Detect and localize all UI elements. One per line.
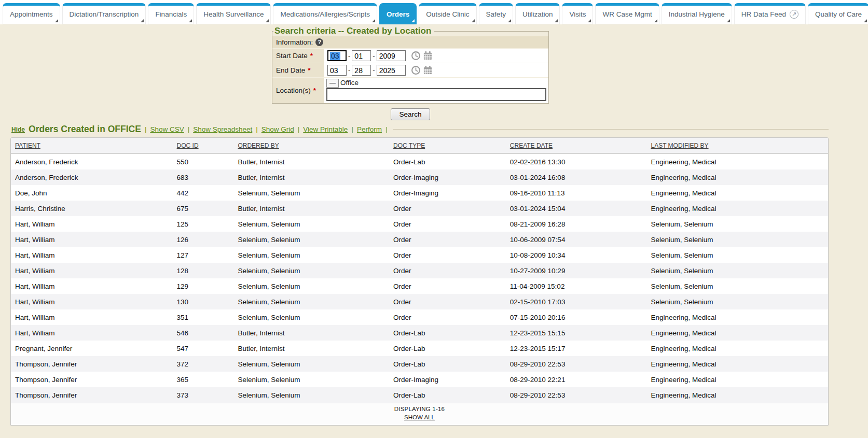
tab-wr-case-mgmt[interactable]: WR Case Mgmt [595,3,659,24]
tab-label: Financials [155,10,187,18]
start-date-day-input[interactable]: 01 [352,50,371,61]
dropdown-caret-icon [55,19,58,22]
search-button[interactable]: Search [391,108,431,120]
end-date-month-input[interactable]: 03 [327,65,347,76]
start-date-clock-icon[interactable] [411,51,421,61]
cell-patient: Hart, William [11,294,173,309]
cell-create-date: 08-29-2010 22:53 [506,387,647,403]
end-date-clock-icon[interactable] [411,65,421,75]
table-row[interactable]: Thompson, Jennifer373Selenium, SeleniumO… [11,387,828,403]
help-icon[interactable]: ? [315,38,323,46]
table-row[interactable]: Hart, William130Selenium, SeleniumOrder0… [11,294,828,309]
cell-last-modified-by: Selenium, Selenium [646,263,828,278]
separator: | [385,125,388,133]
results-title: Orders Created in OFFICE [29,124,141,135]
tab-label: Quality of Care [815,10,862,18]
view-printable-link[interactable]: View Printable [303,125,348,133]
hide-link[interactable]: Hide [11,126,25,133]
cell-ordered-by: Selenium, Selenium [233,232,389,247]
column-header-ordered-by[interactable]: ORDERED BY [233,138,389,153]
remove-location-button[interactable]: — [326,79,339,88]
table-row[interactable]: Hart, William127Selenium, SeleniumOrder1… [11,247,828,263]
perform-link[interactable]: Perform [357,125,382,133]
separator: | [145,125,147,133]
cell-doc-id: 126 [173,232,234,247]
external-link-icon[interactable]: ↗ [790,10,798,19]
end-date-day-input[interactable]: 28 [352,65,371,76]
tab-visits[interactable]: Visits [562,3,593,24]
table-row[interactable]: Thompson, Jennifer372Selenium, SeleniumO… [11,356,828,372]
cell-create-date: 10-08-2009 10:34 [506,247,647,263]
table-row[interactable]: Pregnant, Jennifer547Butler, InternistOr… [11,341,828,356]
displaying-count: DISPLAYING 1-16 [11,406,828,412]
tab-medications-allergies-scripts[interactable]: Medications/Allergies/Scripts [273,3,377,24]
tab-quality-of-care[interactable]: Quality of Care [808,3,868,24]
end-date-year-input[interactable]: 2025 [377,65,406,76]
end-date-calendar-icon[interactable] [423,65,433,75]
cell-ordered-by: Selenium, Selenium [233,247,389,263]
cell-doc-type: Order [389,201,506,216]
start-date-calendar-icon[interactable] [423,51,433,61]
cell-doc-id: 372 [173,356,234,372]
results-action-links: |Show CSV|Show Spreadsheet|Show Grid|Vie… [145,125,388,133]
table-row[interactable]: Hart, William128Selenium, SeleniumOrder1… [11,263,828,278]
cell-last-modified-by: Engineering, Medical [646,169,828,185]
cell-doc-id: 683 [173,169,234,185]
cell-doc-id: 373 [173,387,234,403]
required-asterisk: * [310,52,313,60]
start-date-year-input[interactable]: 2009 [377,50,406,61]
tab-dictation-transcription[interactable]: Dictation/Transcription [62,3,146,24]
cell-create-date: 10-27-2009 10:29 [506,263,647,278]
tab-safety[interactable]: Safety [479,3,513,24]
show-all-link[interactable]: SHOW ALL [404,414,435,420]
cell-doc-id: 127 [173,247,234,263]
cell-patient: Anderson, Frederick [11,153,173,169]
table-row[interactable]: Thompson, Jennifer365Selenium, SeleniumO… [11,372,828,387]
column-header-last-modified-by[interactable]: LAST MODIFIED BY [646,138,828,153]
cell-doc-type: Order [389,294,506,309]
header-rule [393,129,829,130]
start-date-month-input[interactable]: 03 [327,50,347,61]
cell-doc-type: Order-Lab [389,356,506,372]
table-row[interactable]: Hart, William125Selenium, SeleniumOrder0… [11,216,828,232]
cell-ordered-by: Butler, Internist [233,153,389,169]
location-search-input[interactable] [326,88,546,101]
table-row[interactable]: Anderson, Frederick683Butler, InternistO… [11,169,828,185]
tab-orders[interactable]: Orders [379,3,417,24]
table-row[interactable]: Anderson, Frederick550Butler, InternistO… [11,153,828,169]
table-row[interactable]: Doe, John442Selenium, SeleniumOrder-Imag… [11,185,828,201]
cell-create-date: 08-21-2009 16:28 [506,216,647,232]
tab-utilization[interactable]: Utilization [515,3,560,24]
show-spreadsheet-link[interactable]: Show Spreadsheet [193,125,252,133]
table-row[interactable]: Hart, William129Selenium, SeleniumOrder1… [11,278,828,294]
column-header-doc-type[interactable]: DOC TYPE [389,138,506,153]
cell-ordered-by: Butler, Internist [233,325,389,341]
column-header-create-date[interactable]: CREATE DATE [506,138,647,153]
cell-create-date: 03-01-2024 15:04 [506,201,647,216]
tab-industrial-hygiene[interactable]: Industrial Hygiene [662,3,732,24]
column-header-doc-id[interactable]: DOC ID [173,138,234,153]
dropdown-caret-icon [472,19,475,22]
table-row[interactable]: Harris, Christine675Butler, InternistOrd… [11,201,828,216]
tab-hr-data-feed[interactable]: HR Data Feed↗ [734,3,806,24]
cell-create-date: 08-29-2010 22:53 [506,356,647,372]
table-row[interactable]: Hart, William126Selenium, SeleniumOrder1… [11,232,828,247]
cell-create-date: 12-23-2015 15:15 [506,325,647,341]
information-row: Information: ? [272,36,548,48]
tab-financials[interactable]: Financials [148,3,194,24]
column-header-patient[interactable]: PATIENT [11,138,173,153]
table-row[interactable]: Hart, William351Selenium, SeleniumOrder0… [11,309,828,325]
show-grid-link[interactable]: Show Grid [261,125,294,133]
table-body: Anderson, Frederick550Butler, InternistO… [11,153,828,403]
table-row[interactable]: Hart, William546Butler, InternistOrder-L… [11,325,828,341]
tab-appointments[interactable]: Appointments [3,3,60,24]
search-criteria-panel: Search criteria -- Created by Location I… [272,26,549,104]
tab-outside-clinic[interactable]: Outside Clinic [419,3,476,24]
tab-health-surveillance[interactable]: Health Surveillance [196,3,271,24]
results-header: Hide Orders Created in OFFICE |Show CSV|… [10,123,829,137]
show-csv-link[interactable]: Show CSV [150,125,184,133]
dropdown-caret-icon [654,19,657,22]
cell-last-modified-by: Selenium, Selenium [646,247,828,263]
information-label: Information: [276,38,313,46]
end-date-row: End Date * 03 - 28 - 2025 [272,63,548,77]
